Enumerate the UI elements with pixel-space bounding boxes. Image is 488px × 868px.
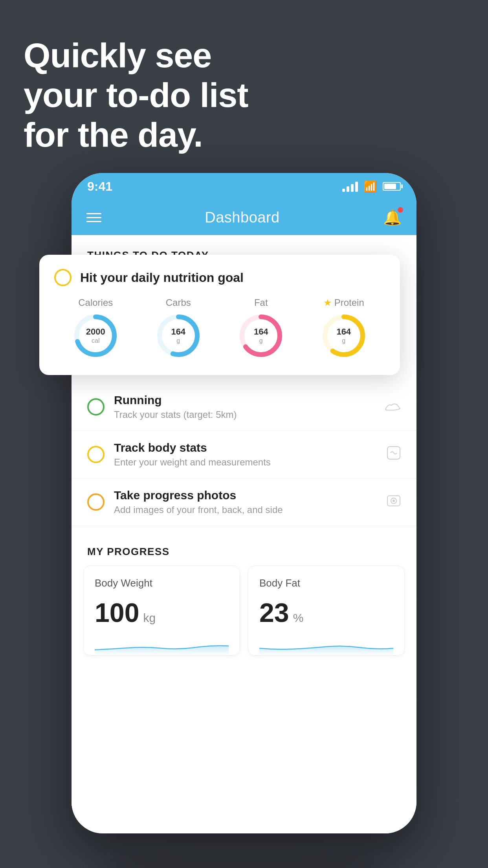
body-weight-value: 100 kg [95,597,229,628]
carbs-value: 164 g [171,327,185,345]
battery-icon [383,182,401,191]
protein-value: 164 g [336,327,351,345]
headline-line1: Quickly see [24,35,248,75]
header-title: Dashboard [205,209,279,226]
todo-photos-subtitle: Add images of your front, back, and side [114,504,377,515]
body-fat-chart [259,634,393,655]
todo-running-title: Running [114,394,376,407]
status-bar: 9:41 📶 [72,173,416,200]
svg-point-3 [393,500,395,502]
status-time: 9:41 [87,179,112,194]
shoe-icon [385,399,401,415]
progress-cards: Body Weight 100 kg [72,566,416,656]
headline: Quickly see your to-do list for the day. [24,35,248,155]
nutrition-card[interactable]: Hit your daily nutrition goal Calories 2… [39,255,400,375]
body-fat-card[interactable]: Body Fat 23 % [248,566,405,656]
body-weight-card[interactable]: Body Weight 100 kg [83,566,240,656]
hamburger-icon[interactable] [86,213,101,222]
todo-body-stats-title: Track body stats [114,441,377,454]
todo-item-body-stats[interactable]: Track body stats Enter your weight and m… [72,431,416,478]
body-weight-unit: kg [143,611,156,625]
headline-line2: your to-do list [24,75,248,115]
todo-running-text: Running Track your stats (target: 5km) [114,394,376,420]
protein-label: ★ Protein [323,297,364,308]
body-weight-chart [95,634,229,655]
metric-calories: Calories 2000 cal [72,297,119,359]
todo-body-stats-subtitle: Enter your weight and measurements [114,457,377,468]
radio-photos[interactable] [87,493,105,511]
protein-donut: 164 g [320,312,367,359]
fat-donut: 164 g [237,312,284,359]
card-shadow [95,856,393,868]
radio-body-stats[interactable] [87,446,105,463]
todo-body-stats-text: Track body stats Enter your weight and m… [114,441,377,468]
todo-photos-title: Take progress photos [114,489,377,502]
calories-donut: 2000 cal [72,312,119,359]
body-fat-unit: % [293,611,304,625]
body-fat-value: 23 % [259,597,393,628]
todo-list: Running Track your stats (target: 5km) T… [72,383,416,526]
todo-item-running[interactable]: Running Track your stats (target: 5km) [72,383,416,431]
todo-running-subtitle: Track your stats (target: 5km) [114,409,376,420]
nutrition-card-header: Hit your daily nutrition goal [54,269,385,286]
body-fat-title: Body Fat [259,577,393,589]
bell-icon[interactable]: 🔔 [383,209,402,226]
app-header: Dashboard 🔔 [72,200,416,235]
carbs-donut: 164 g [155,312,202,359]
progress-header: MY PROGRESS [72,546,416,566]
fat-label: Fat [254,297,268,308]
status-icons: 📶 [342,180,401,193]
nutrition-metrics: Calories 2000 cal Carbs [54,297,385,359]
metric-fat: Fat 164 g [237,297,284,359]
radio-running[interactable] [87,398,105,416]
carbs-label: Carbs [166,297,191,308]
headline-line3: for the day. [24,115,248,154]
progress-section: MY PROGRESS Body Weight 100 kg [72,526,416,656]
scale-icon [387,446,401,463]
notification-dot [398,207,403,213]
metric-carbs: Carbs 164 g [155,297,202,359]
calories-label: Calories [78,297,113,308]
star-icon: ★ [323,297,332,308]
nutrition-card-title: Hit your daily nutrition goal [80,270,244,285]
todo-photos-text: Take progress photos Add images of your … [114,489,377,515]
signal-icon [342,181,358,192]
metric-protein: ★ Protein 164 g [320,297,367,359]
photo-icon [387,493,401,511]
wifi-icon: 📶 [363,180,377,193]
calories-value: 2000 cal [86,327,105,345]
fat-value: 164 g [254,327,268,345]
todo-item-photos[interactable]: Take progress photos Add images of your … [72,478,416,526]
body-weight-title: Body Weight [95,577,229,589]
nutrition-radio[interactable] [54,269,72,286]
